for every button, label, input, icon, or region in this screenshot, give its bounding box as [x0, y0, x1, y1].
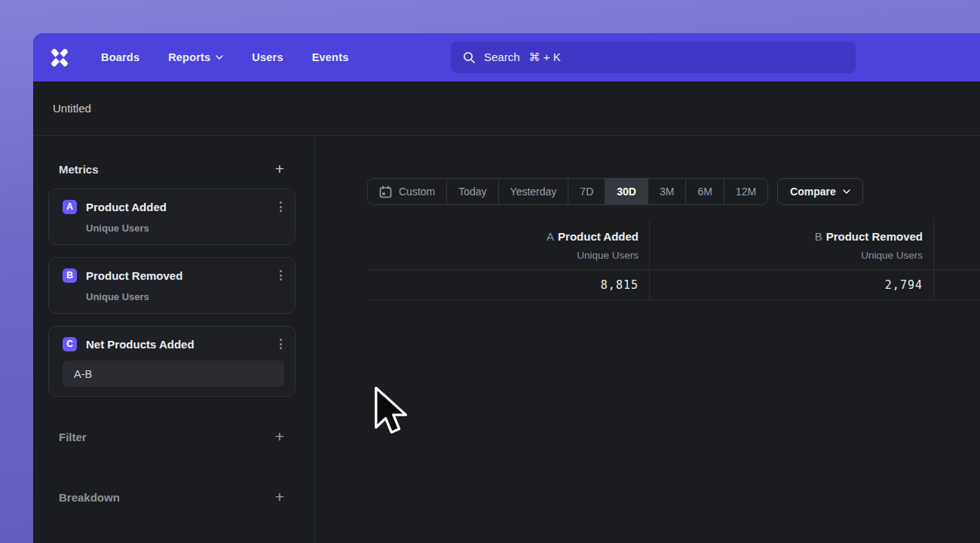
range-label: 12M: [736, 186, 756, 198]
range-label: Yesterday: [510, 186, 557, 198]
range-12m[interactable]: 12M: [724, 179, 767, 204]
breakdown-label: Breakdown: [59, 491, 120, 504]
range-label: 7D: [580, 186, 593, 198]
add-metric-button[interactable]: +: [275, 161, 284, 176]
metric-card-b[interactable]: B Product Removed Unique Users: [48, 257, 296, 314]
metric-value-a[interactable]: 8,815: [367, 270, 649, 300]
range-label: 30D: [617, 186, 636, 198]
metric-measurement[interactable]: Unique Users: [86, 291, 284, 302]
nav-item-boards[interactable]: Boards: [101, 51, 139, 63]
mixpanel-logo-icon[interactable]: [47, 44, 72, 70]
metric-measurement[interactable]: Unique Users: [86, 222, 284, 234]
column-subtitle: Unique Users: [367, 247, 639, 265]
search-icon: [463, 51, 476, 64]
chevron-down-icon: [216, 55, 223, 60]
nav-item-reports[interactable]: Reports: [168, 51, 223, 63]
chevron-down-icon: [843, 189, 850, 194]
nav-item-label: Events: [312, 51, 349, 63]
compare-label: Compare: [790, 186, 836, 198]
column-header: BProduct Removed Unique Users: [650, 219, 933, 270]
add-breakdown-button[interactable]: +: [275, 489, 284, 505]
query-sidebar: Metrics + A Product Added Unique Users B: [33, 136, 315, 543]
metric-value-b[interactable]: 2,794: [650, 270, 933, 300]
search-input[interactable]: Search ⌘ + K: [451, 41, 856, 73]
main-panel: Custom Today Yesterday 7D 30D 3M 6M 12M …: [315, 136, 980, 543]
column-badge: B: [815, 230, 822, 243]
nav-item-label: Reports: [168, 51, 210, 63]
kebab-menu-icon[interactable]: [277, 268, 284, 283]
report-header: Untitled: [33, 81, 980, 136]
kebab-menu-icon[interactable]: [277, 199, 284, 214]
range-label: Today: [458, 186, 486, 198]
range-today[interactable]: Today: [447, 179, 498, 204]
metric-name: Net Products Added: [86, 338, 194, 351]
column-subtitle: Unique Users: [650, 247, 923, 265]
table-column-a: AProduct Added Unique Users 8,815: [367, 219, 650, 300]
range-6m[interactable]: 6M: [686, 179, 724, 204]
metrics-header: Metrics +: [33, 158, 314, 179]
date-range-segmented-control: Custom Today Yesterday 7D 30D 3M 6M 12M: [367, 178, 768, 205]
filter-label: Filter: [59, 431, 87, 443]
metrics-table: AProduct Added Unique Users 8,815 BProdu…: [367, 219, 980, 300]
range-custom[interactable]: Custom: [368, 179, 447, 204]
column-name: Product Removed: [826, 230, 923, 243]
metric-badge: C: [63, 337, 77, 351]
range-3m[interactable]: 3M: [648, 179, 686, 204]
metric-name: Product Added: [86, 201, 167, 213]
calendar-icon: [379, 186, 392, 198]
range-label: Custom: [399, 186, 435, 198]
metric-card-c[interactable]: C Net Products Added A-B: [48, 326, 296, 397]
nav-item-users[interactable]: Users: [252, 51, 283, 63]
range-yesterday[interactable]: Yesterday: [499, 179, 569, 204]
metric-badge: A: [63, 200, 77, 214]
range-label: 3M: [660, 186, 674, 198]
report-title[interactable]: Untitled: [53, 102, 91, 115]
add-filter-button[interactable]: +: [275, 429, 284, 444]
breakdown-header: Breakdown +: [33, 486, 314, 508]
nav-item-events[interactable]: Events: [312, 51, 349, 63]
metric-badge: B: [63, 268, 77, 283]
column-name: Product Added: [558, 230, 639, 243]
top-nav: Boards Reports Users Events Search ⌘ + K: [33, 33, 980, 81]
metric-name: Product Removed: [86, 269, 182, 282]
kebab-menu-icon[interactable]: [277, 336, 284, 351]
column-badge: A: [547, 230, 554, 243]
nav-item-label: Users: [252, 51, 283, 63]
range-label: 6M: [697, 186, 712, 198]
date-toolbar: Custom Today Yesterday 7D 30D 3M 6M 12M …: [367, 178, 980, 205]
search-placeholder: Search ⌘ + K: [484, 51, 561, 64]
metric-card-a[interactable]: A Product Added Unique Users: [48, 189, 296, 245]
table-column-clipped: [934, 219, 980, 300]
formula-input[interactable]: A-B: [63, 360, 284, 387]
column-header: AProduct Added Unique Users: [367, 219, 649, 270]
mouse-cursor: [374, 387, 407, 435]
app-window: Boards Reports Users Events Search ⌘ + K…: [33, 33, 980, 543]
filter-header: Filter +: [33, 426, 314, 447]
compare-button[interactable]: Compare: [777, 178, 863, 205]
nav-menu: Boards Reports Users Events: [101, 51, 348, 63]
range-7d[interactable]: 7D: [568, 179, 605, 204]
range-30d-selected[interactable]: 30D: [605, 179, 648, 204]
metrics-label: Metrics: [59, 163, 99, 176]
table-column-b: BProduct Removed Unique Users 2,794: [650, 219, 934, 300]
nav-item-label: Boards: [101, 51, 139, 63]
